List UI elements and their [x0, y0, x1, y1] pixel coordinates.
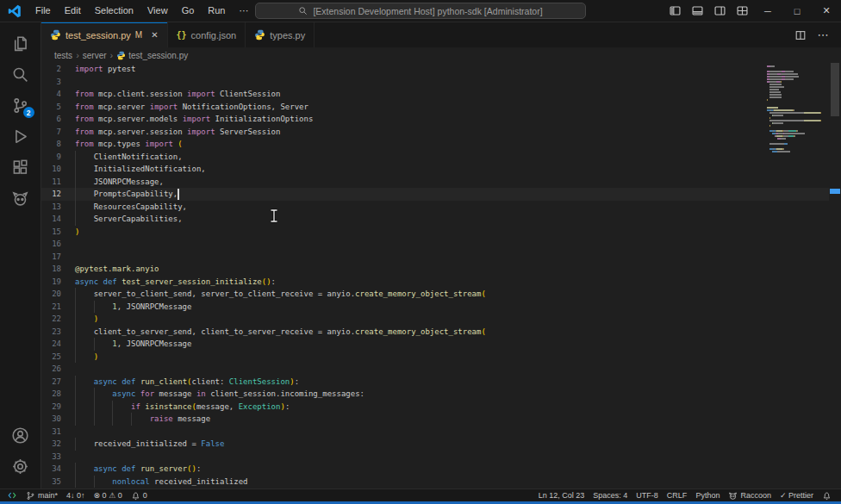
breadcrumb-item-tests[interactable]: tests: [54, 51, 72, 60]
layout-grid-icon: [736, 4, 749, 17]
minimap[interactable]: [765, 65, 829, 152]
layout-sidebar-left-button[interactable]: [663, 0, 686, 22]
token: ClientSession: [229, 377, 290, 386]
statusbar-eol[interactable]: CRLF: [663, 489, 692, 502]
token: import: [183, 115, 211, 123]
token: ServerCapabilities,: [94, 215, 183, 223]
activitybar-extensions[interactable]: [2, 152, 40, 183]
code-line-7: 7from mcp.server.session import ServerSe…: [41, 126, 829, 139]
activitybar-source-control[interactable]: 2: [2, 90, 40, 121]
menu-run[interactable]: Run: [201, 0, 232, 22]
token: mcp.client.session: [94, 90, 187, 98]
tab-label: types.py: [270, 30, 305, 40]
line-number: 5: [41, 101, 61, 114]
line-number: 25: [41, 351, 61, 364]
statusbar-problems[interactable]: ⊗ 0 ⚠ 0: [90, 489, 127, 502]
token: InitializedNotification,: [94, 165, 206, 173]
statusbar-language-mode[interactable]: Python: [691, 489, 724, 502]
token: ): [94, 352, 98, 361]
activitybar-settings[interactable]: [2, 451, 40, 482]
menu-selection[interactable]: Selection: [88, 0, 140, 22]
indent-guide: [75, 288, 94, 301]
token: async: [94, 377, 117, 386]
close-button[interactable]: ✕: [812, 0, 841, 22]
line-number: 26: [41, 363, 61, 376]
line-number: 21: [41, 301, 61, 314]
code-line-27: 27async def run_client(client: ClientSes…: [41, 376, 829, 389]
indent-guide: [75, 463, 94, 476]
statusbar-git-sync[interactable]: 4↓ 0↑: [62, 489, 90, 502]
tab-config.json[interactable]: {}config.json: [168, 22, 246, 47]
activitybar-raccoon[interactable]: [2, 183, 40, 214]
statusbar-git-branch[interactable]: main*: [22, 489, 62, 502]
token: import: [187, 128, 215, 136]
token: mcp.server.session: [94, 128, 187, 136]
breadcrumb-item-server[interactable]: server: [83, 51, 107, 60]
indent-guide: [75, 351, 94, 364]
statusbar-remote-indicator[interactable]: [3, 489, 22, 502]
statusbar-notifications[interactable]: [818, 489, 836, 502]
token: mcp.server.models: [94, 115, 183, 123]
close-tab-icon[interactable]: ✕: [151, 30, 158, 40]
tab-types.py[interactable]: types.py: [246, 22, 315, 47]
line-content: ResourcesCapability,: [75, 201, 187, 214]
minimize-button[interactable]: ─: [753, 0, 782, 22]
layout-grid-button[interactable]: [731, 0, 753, 22]
line-content: PromptsCapability,: [75, 188, 178, 201]
more-actions-button[interactable]: ⋯: [813, 26, 832, 45]
code-editor[interactable]: 2import pytest34from mcp.client.session …: [41, 63, 841, 488]
activitybar-run-debug[interactable]: [2, 121, 40, 152]
token: JSONRPCMessage,: [94, 177, 164, 186]
activitybar-explorer[interactable]: [2, 28, 40, 59]
token: from: [75, 140, 94, 148]
tab-label: test_session.py: [65, 30, 131, 40]
statusbar-raccoon[interactable]: Raccoon: [724, 489, 776, 502]
code-line-18: 18@pytest.mark.anyio: [41, 263, 829, 276]
activitybar-search[interactable]: [2, 59, 40, 90]
line-number: 10: [41, 163, 61, 176]
command-center[interactable]: [Extension Development Host] python-sdk …: [255, 3, 586, 19]
editor-scrollbar[interactable]: [829, 63, 841, 488]
line-content: from mcp.server.models import Initializa…: [75, 113, 313, 126]
layout-sidebar-right-button[interactable]: [708, 0, 731, 22]
token: NotificationOptions, Server: [178, 103, 308, 111]
vscode-logo-icon: [8, 4, 22, 18]
statusbar-indentation[interactable]: Spaces: 4: [589, 489, 632, 502]
line-content: nonlocal received_initialized: [75, 476, 248, 488]
statusbar-cursor-position[interactable]: Ln 12, Col 23: [534, 489, 589, 502]
statusbar-counter[interactable]: 0: [127, 489, 152, 502]
menu-edit[interactable]: Edit: [58, 0, 88, 22]
activitybar-accounts[interactable]: [2, 420, 40, 451]
scrollbar-thumb[interactable]: [831, 63, 839, 116]
maximize-button[interactable]: □: [782, 0, 812, 22]
menu-view[interactable]: View: [140, 0, 175, 22]
breadcrumb-item-test_session.py[interactable]: test_session.py: [116, 51, 188, 60]
menu-more[interactable]: ⋯: [233, 0, 256, 22]
token: from: [75, 90, 94, 98]
breadcrumb: tests›server›test_session.py: [41, 47, 841, 63]
code-line-20: 20server_to_client_send, server_to_clien…: [41, 288, 829, 301]
command-center-title: [Extension Development Host] python-sdk …: [313, 6, 542, 16]
menu-go[interactable]: Go: [175, 0, 202, 22]
menu-file[interactable]: File: [28, 0, 58, 22]
title-bar: FileEditSelectionViewGoRun⋯ ← → [Extensi…: [0, 0, 841, 22]
line-content: 1, JSONRPCMessage: [75, 338, 191, 351]
layout-panel-button[interactable]: [686, 0, 708, 22]
line-content: @pytest.mark.anyio: [75, 263, 159, 276]
statusbar-prettier[interactable]: ✓ Prettier: [776, 489, 818, 502]
token: from: [75, 103, 94, 111]
bell-icon: [131, 491, 140, 501]
code-line-32: 32received_initialized = False: [41, 438, 829, 451]
indent-guide: [75, 376, 94, 389]
statusbar-encoding[interactable]: UTF-8: [632, 489, 663, 502]
code-line-33: 33: [41, 451, 829, 464]
code-line-16: 16: [41, 238, 829, 251]
code-line-31: 31: [41, 426, 829, 439]
code-line-14: 14ServerCapabilities,: [41, 213, 829, 226]
code-line-34: 34async def run_server():: [41, 463, 829, 476]
line-number: 34: [41, 463, 61, 476]
indent-guide: [75, 301, 94, 314]
token: server_to_client_send, server_to_client_…: [94, 289, 355, 298]
tab-test_session.py[interactable]: test_session.pyM✕: [41, 22, 168, 47]
split-editor-button[interactable]: [791, 26, 810, 45]
